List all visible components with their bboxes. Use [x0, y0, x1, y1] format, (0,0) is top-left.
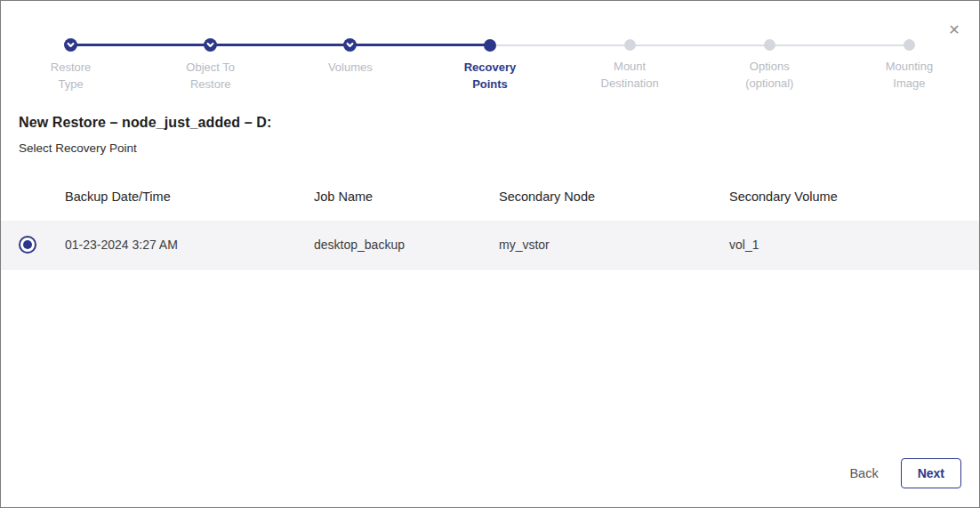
step-label-line: Volumes	[328, 59, 373, 76]
step-label: RecoveryPoints	[464, 59, 517, 93]
step-label-line: Mounting	[886, 58, 933, 75]
step-mounting-image[interactable]: MountingImage	[839, 38, 979, 93]
step-label-line: Points	[464, 76, 517, 93]
step-check-icon	[64, 38, 77, 52]
step-check-icon	[204, 38, 217, 52]
radio-cell	[1, 236, 65, 254]
column-header: Job Name	[314, 189, 499, 204]
footer-actions: Back Next	[849, 458, 961, 488]
step-label-line: Mount	[601, 58, 659, 75]
step-label-line: Object To	[186, 59, 235, 76]
step-dot-icon	[904, 39, 915, 51]
step-dot-icon	[764, 39, 775, 51]
stepper-steps: RestoreTypeObject ToRestoreVolumesRecove…	[1, 38, 979, 93]
row-cell: my_vstor	[499, 238, 729, 252]
step-label: Options(optional)	[745, 58, 793, 92]
step-label: Volumes	[328, 59, 373, 76]
close-icon[interactable]: ✕	[945, 21, 963, 39]
step-label-line: (optional)	[745, 75, 793, 92]
step-label: Object ToRestore	[186, 59, 235, 93]
step-check-icon	[343, 38, 357, 52]
row-cell: 01-23-2024 3:27 AM	[65, 238, 314, 252]
step-restore-type[interactable]: RestoreType	[1, 38, 141, 93]
row-cell: desktop_backup	[314, 238, 499, 252]
step-dot-icon	[484, 39, 496, 52]
page-title: New Restore – node_just_added – D:	[19, 115, 979, 131]
wizard-stepper: RestoreTypeObject ToRestoreVolumesRecove…	[1, 38, 979, 93]
step-label-line: Destination	[601, 75, 659, 92]
radio-selected-dot	[23, 240, 32, 249]
table-header: Backup Date/TimeJob NameSecondary NodeSe…	[1, 187, 979, 206]
step-options-optional[interactable]: Options(optional)	[700, 38, 839, 93]
step-label: MountDestination	[601, 58, 659, 92]
step-label-line: Image	[886, 75, 933, 92]
row-cell: vol_1	[729, 238, 979, 252]
back-button[interactable]: Back	[849, 466, 878, 480]
step-label-line: Restore	[51, 59, 92, 76]
next-button[interactable]: Next	[901, 458, 961, 488]
restore-wizard-dialog: ✕ RestoreTypeObject ToRestoreVolumesReco…	[0, 0, 980, 508]
step-mount-destination[interactable]: MountDestination	[560, 38, 700, 93]
step-object-to-restore[interactable]: Object ToRestore	[141, 38, 280, 93]
step-label-line: Type	[51, 76, 92, 93]
step-label: MountingImage	[886, 58, 933, 92]
recovery-point-radio[interactable]	[19, 236, 36, 254]
column-header: Secondary Volume	[729, 189, 979, 204]
step-recovery-points[interactable]: RecoveryPoints	[420, 38, 559, 93]
page-subtitle: Select Recovery Point	[19, 141, 979, 155]
step-label: RestoreType	[51, 59, 92, 93]
step-dot-icon	[624, 39, 636, 51]
step-label-line: Recovery	[464, 59, 517, 76]
step-label-line: Restore	[186, 76, 235, 93]
column-header: Backup Date/Time	[65, 189, 314, 204]
table-body: 01-23-2024 3:27 AMdesktop_backupmy_vstor…	[1, 221, 979, 270]
step-volumes[interactable]: Volumes	[280, 38, 420, 93]
column-header: Secondary Node	[499, 189, 729, 204]
table-row[interactable]: 01-23-2024 3:27 AMdesktop_backupmy_vstor…	[1, 221, 979, 270]
step-label-line: Options	[745, 58, 793, 75]
recovery-points-table: Backup Date/TimeJob NameSecondary NodeSe…	[1, 187, 979, 270]
